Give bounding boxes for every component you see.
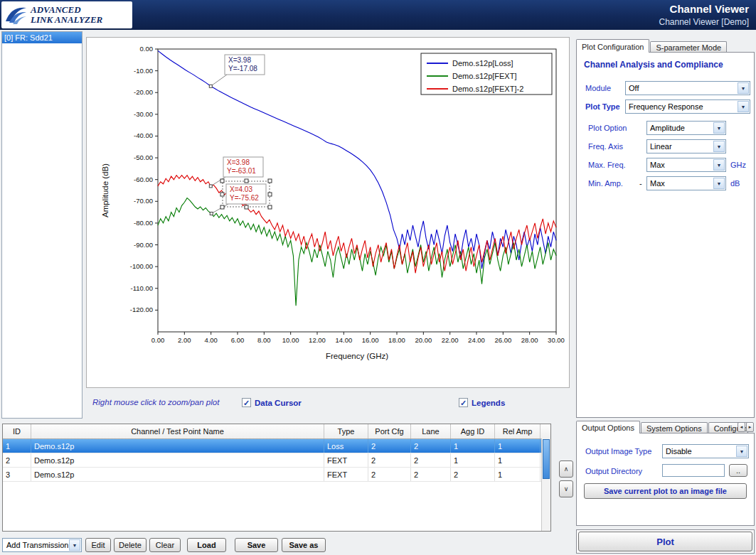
cell-type: Loss [324, 439, 368, 453]
chevron-down-icon: ▼ [736, 446, 747, 457]
legend-entry: Demo.s12p[Loss] [452, 59, 513, 68]
selection-handle [220, 193, 224, 196]
selection-handle [245, 205, 248, 209]
edit-button[interactable]: Edit [85, 538, 111, 552]
chevron-down-icon: ▼ [69, 539, 80, 551]
list-item-fr-sdd21[interactable]: [0] FR: Sdd21 [2, 32, 82, 43]
load-button[interactable]: Load [187, 538, 226, 552]
svg-text:X=3.98: X=3.98 [227, 158, 250, 166]
freq-axis-dropdown[interactable]: Linear ▼ [646, 139, 726, 153]
plot-option-dropdown[interactable]: Amplitude ▼ [646, 121, 726, 135]
legend-entry: Demo.s12p[FEXT]-2 [452, 85, 523, 93]
cell-lane: 2 [411, 468, 451, 481]
selection-handle [268, 193, 272, 196]
svg-text:0.00: 0.00 [151, 336, 165, 344]
channel-viewer-window: ADVANCED LINK ANALYZER Channel Viewer Ch… [0, 0, 756, 555]
table-scrollbar[interactable] [541, 438, 550, 531]
clear-button[interactable]: Clear [149, 538, 181, 552]
freq-axis-value: Linear [650, 142, 672, 151]
legends-checkbox[interactable]: ✓ Legends [459, 398, 505, 407]
output-options-panel: Output Image Type Disable ▼ Output Direc… [576, 433, 755, 526]
output-image-type-dropdown[interactable]: Disable ▼ [662, 444, 749, 458]
check-icon: ✓ [459, 398, 468, 407]
scrollbar-thumb[interactable] [543, 439, 550, 479]
min-amp-unit: dB [730, 179, 740, 188]
svg-text:22.00: 22.00 [442, 336, 459, 344]
tab-output-options[interactable]: Output Options [576, 421, 640, 433]
svg-text:-70.00: -70.00 [134, 197, 153, 205]
window-subtitle: Channel Viewer [Demo] [659, 17, 749, 27]
column-header-type: Type [324, 424, 368, 438]
cell-portcfg: 2 [368, 439, 411, 453]
x-axis-label: Frequency (GHz) [326, 352, 388, 360]
tab-plot-configuration[interactable]: Plot Configuration [576, 39, 649, 53]
plot-legend: Demo.s12p[Loss]Demo.s12p[FEXT]Demo.s12p[… [421, 53, 552, 95]
plot-area: 0.002.004.006.008.0010.0012.0014.0016.00… [86, 37, 570, 388]
selection-handle [220, 205, 224, 209]
cell-lane: 2 [411, 439, 451, 453]
chevron-down-icon: ▼ [738, 82, 749, 94]
max-freq-label: Max. Freq. [588, 161, 626, 169]
logo-wave-icon [4, 4, 28, 26]
plot-config-tabstrip: Plot Configuration S-parameter Mode [576, 39, 755, 53]
plot-type-value: Frequency Response [629, 102, 703, 111]
column-header-id: ID [3, 424, 31, 438]
tab-scroll-left-button[interactable]: ◄ [738, 422, 745, 432]
section-title: Channel Analysis and Compliance [584, 60, 723, 70]
plot-type-dropdown[interactable]: Frequency Response ▼ [625, 99, 750, 114]
delete-button[interactable]: Delete [114, 538, 147, 552]
output-directory-label: Output Directory [585, 467, 642, 475]
add-transmission-dropdown[interactable]: Add Transmission ▼ [2, 538, 82, 552]
tab-s-parameter-mode[interactable]: S-parameter Mode [650, 41, 727, 53]
svg-text:Y=-75.62: Y=-75.62 [230, 194, 259, 202]
svg-text:-30.00: -30.00 [134, 110, 153, 118]
output-image-type-label: Output Image Type [585, 447, 651, 456]
tab-scroll-right-button[interactable]: ► [746, 422, 754, 432]
svg-text:2.00: 2.00 [178, 336, 191, 344]
frequency-response-plot[interactable]: 0.002.004.006.008.0010.0012.0014.0016.00… [87, 38, 569, 387]
plot-button[interactable]: Plot [578, 532, 752, 551]
column-header-relamp: Rel Amp [495, 424, 541, 438]
save-as-button[interactable]: Save as [282, 538, 326, 552]
svg-text:-40.00: -40.00 [134, 131, 153, 139]
data-cursor-checkbox[interactable]: ✓ Data Cursor [242, 398, 302, 407]
save-button[interactable]: Save [235, 538, 278, 552]
table-row[interactable]: 3 Demo.s12p FEXT 2 2 2 1 [3, 468, 550, 482]
save-plot-image-button[interactable]: Save current plot to an image file [584, 483, 747, 499]
max-freq-dropdown[interactable]: Max ▼ [646, 158, 726, 172]
cell-aggid: 1 [451, 439, 495, 453]
selection-handle [268, 179, 272, 183]
logo-line2: LINK ANALYZER [31, 15, 102, 25]
max-freq-value: Max [650, 161, 665, 169]
svg-text:-110.00: -110.00 [130, 284, 153, 292]
logo-line1: ADVANCED [31, 5, 102, 15]
min-amp-dropdown[interactable]: Max ▼ [646, 176, 726, 190]
svg-text:6.00: 6.00 [231, 336, 245, 344]
chevron-down-icon: ▼ [713, 141, 725, 152]
channel-result-list: [0] FR: Sdd21 [1, 31, 82, 419]
plot-option-label: Plot Option [588, 124, 627, 132]
plot-option-value: Amplitude [650, 124, 685, 132]
table-row[interactable]: 2 Demo.s12p FEXT 2 2 1 1 [3, 453, 550, 468]
add-transmission-label: Add Transmission [6, 541, 68, 549]
checkbox-label: Data Cursor [255, 399, 302, 407]
channel-table: ID Channel / Test Point Name Type Port C… [2, 424, 551, 532]
tab-system-options[interactable]: System Options [641, 422, 708, 433]
module-value: Off [629, 84, 639, 92]
cell-type: FEXT [324, 468, 368, 481]
move-up-button[interactable]: ∧ [559, 460, 573, 478]
cell-id: 1 [3, 439, 31, 453]
column-header-lane: Lane [411, 424, 451, 438]
table-row[interactable]: 1 Demo.s12p Loss 2 2 1 1 [3, 439, 550, 453]
output-directory-input[interactable] [662, 464, 725, 477]
move-down-button[interactable]: ∨ [559, 480, 573, 497]
cell-relamp: 1 [495, 453, 541, 467]
browse-button[interactable]: .. [729, 464, 747, 477]
cell-type: FEXT [324, 453, 368, 467]
svg-text:26.00: 26.00 [494, 336, 511, 344]
window-title: Channel Viewer [670, 3, 749, 15]
svg-text:14.00: 14.00 [335, 336, 352, 344]
svg-text:-10.00: -10.00 [134, 67, 153, 75]
svg-text:4.00: 4.00 [204, 336, 218, 344]
module-dropdown[interactable]: Off ▼ [625, 81, 750, 95]
